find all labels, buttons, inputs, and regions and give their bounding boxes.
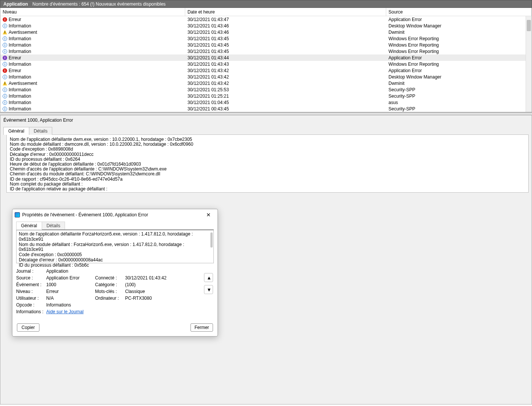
cell-source: Security-SPP bbox=[386, 87, 532, 92]
info-icon: i bbox=[3, 24, 7, 28]
cell-date: 30/12/2021 01:43:46 bbox=[185, 30, 386, 35]
splitter[interactable] bbox=[0, 112, 532, 115]
value-computer: PC-RTX3080 bbox=[125, 296, 174, 301]
cell-source: asus bbox=[386, 100, 532, 105]
cell-source: Security-SPP bbox=[386, 94, 532, 99]
table-row[interactable]: !Erreur30/12/2021 01:43:44Application Er… bbox=[0, 54, 532, 61]
event-heading: Événement 1000, Application Error bbox=[0, 115, 532, 124]
tab-general[interactable]: Général bbox=[3, 127, 29, 135]
cell-date: 30/12/2021 01:43:46 bbox=[185, 23, 386, 29]
table-header: Niveau Date et heure Source bbox=[0, 8, 532, 16]
cell-level: Information bbox=[9, 49, 31, 54]
scrollbar[interactable] bbox=[526, 16, 532, 112]
cell-source: Windows Error Reporting bbox=[386, 49, 532, 54]
cell-source: Windows Error Reporting bbox=[386, 62, 532, 67]
table-row[interactable]: iInformation30/12/2021 01:43:45Windows E… bbox=[0, 35, 532, 42]
info-icon: i bbox=[3, 88, 7, 92]
cell-level: Erreur bbox=[9, 17, 21, 22]
value-connected: 30/12/2021 01:43:42 bbox=[125, 275, 174, 281]
table-body: !Erreur30/12/2021 01:43:47Application Er… bbox=[0, 16, 532, 112]
cell-level: Information bbox=[9, 100, 31, 105]
table-row[interactable]: iInformation30/12/2021 01:43:45Windows E… bbox=[0, 42, 532, 48]
table-row[interactable]: !Erreur30/12/2021 01:43:47Application Er… bbox=[0, 16, 532, 23]
table-row[interactable]: iInformation30/12/2021 01:43:46Desktop W… bbox=[0, 23, 532, 29]
dialog-text-scrollbar[interactable] bbox=[210, 230, 213, 263]
table-row[interactable]: iInformation30/12/2021 00:43:45Security-… bbox=[0, 106, 532, 112]
error-icon: ! bbox=[3, 56, 7, 60]
label-event: Événement : bbox=[16, 282, 46, 287]
app-bar: Application Nombre d'événements : 654 (!… bbox=[0, 0, 532, 8]
cell-level: Information bbox=[9, 23, 31, 29]
help-link[interactable]: Aide sur le Journal bbox=[46, 309, 83, 314]
cell-level: Information bbox=[9, 87, 31, 92]
dialog-title: Propriétés de l'événement - Événement 10… bbox=[22, 212, 202, 217]
dialog-text[interactable]: Nom de l'application défaillante ForzaHo… bbox=[16, 229, 214, 263]
cell-level: Avertissement bbox=[9, 81, 37, 86]
table-row[interactable]: iInformation30/12/2021 01:25:53Security-… bbox=[0, 86, 532, 93]
value-level: Erreur bbox=[46, 289, 95, 294]
cell-date: 30/12/2021 01:43:45 bbox=[185, 42, 386, 48]
value-event: 1000 bbox=[46, 282, 95, 287]
cell-level: Information bbox=[9, 74, 31, 80]
label-keywords: Mots-clés : bbox=[95, 289, 125, 294]
cell-level: Information bbox=[9, 94, 31, 99]
value-source: Application Error bbox=[46, 275, 95, 281]
cell-date: 30/12/2021 01:43:45 bbox=[185, 36, 386, 41]
table-row[interactable]: Avertissement30/12/2021 01:43:42Dwminit bbox=[0, 80, 532, 86]
detail-text[interactable]: Nom de l'application défaillante dwm.exe… bbox=[6, 134, 529, 193]
dialog-tab-details[interactable]: Détails bbox=[42, 222, 65, 230]
table-row[interactable]: iInformation30/12/2021 01:43:43Windows E… bbox=[0, 61, 532, 67]
next-event-button[interactable]: ▼ bbox=[204, 285, 213, 294]
label-level: Niveau : bbox=[16, 289, 46, 294]
cell-date: 30/12/2021 01:43:47 bbox=[185, 17, 386, 22]
cell-date: 30/12/2021 01:25:21 bbox=[185, 94, 386, 99]
cell-level: Erreur bbox=[9, 68, 21, 73]
table-row[interactable]: iInformation30/12/2021 01:43:42Desktop W… bbox=[0, 74, 532, 80]
warn-icon bbox=[3, 81, 7, 86]
cell-source: Application Error bbox=[386, 17, 532, 22]
table-row[interactable]: !Erreur30/12/2021 01:43:42Application Er… bbox=[0, 67, 532, 74]
info-icon: i bbox=[3, 62, 7, 66]
prev-event-button[interactable]: ▲ bbox=[204, 273, 213, 282]
value-journal: Application bbox=[46, 269, 95, 274]
cell-level: Information bbox=[9, 62, 31, 67]
table-row[interactable]: iInformation30/12/2021 01:43:45Windows E… bbox=[0, 48, 532, 54]
label-computer: Ordinateur : bbox=[95, 296, 125, 301]
label-info: Informations : bbox=[16, 309, 46, 314]
close-button[interactable]: Fermer bbox=[190, 323, 213, 332]
value-keywords: Classique bbox=[125, 289, 174, 294]
cell-date: 30/12/2021 00:43:45 bbox=[185, 106, 386, 112]
dialog-titlebar[interactable]: Propriétés de l'événement - Événement 10… bbox=[12, 209, 218, 220]
cell-date: 30/12/2021 01:43:44 bbox=[185, 55, 386, 60]
cell-date: 30/12/2021 01:04:45 bbox=[185, 100, 386, 105]
detail-tabs: Général Détails bbox=[0, 127, 532, 134]
cell-source: Windows Error Reporting bbox=[386, 42, 532, 48]
cell-date: 30/12/2021 01:43:43 bbox=[185, 62, 386, 67]
cell-source: Security-SPP bbox=[386, 106, 532, 112]
appbar-title: Application bbox=[3, 2, 28, 7]
close-icon[interactable]: ✕ bbox=[202, 211, 215, 219]
col-header-level[interactable]: Niveau bbox=[0, 8, 185, 16]
cell-date: 30/12/2021 01:43:42 bbox=[185, 74, 386, 80]
table-row[interactable]: Avertissement30/12/2021 01:43:46Dwminit bbox=[0, 29, 532, 35]
tab-details[interactable]: Détails bbox=[29, 127, 53, 135]
cell-date: 30/12/2021 01:43:42 bbox=[185, 68, 386, 73]
appbar-subtitle: Nombre d'événements : 654 (!) Nouveaux é… bbox=[32, 2, 166, 7]
table-row[interactable]: iInformation30/12/2021 01:25:21Security-… bbox=[0, 93, 532, 99]
cell-date: 30/12/2021 01:43:45 bbox=[185, 49, 386, 54]
error-icon: ! bbox=[3, 68, 7, 73]
cell-level: Information bbox=[9, 36, 31, 41]
cell-source: Windows Error Reporting bbox=[386, 36, 532, 41]
col-header-date[interactable]: Date et heure bbox=[185, 8, 386, 16]
cell-source: Desktop Window Manager bbox=[386, 74, 532, 80]
dialog-tab-general[interactable]: Général bbox=[16, 222, 42, 230]
table-row[interactable]: iInformation30/12/2021 01:04:45asus bbox=[0, 99, 532, 106]
value-user: N/A bbox=[46, 296, 95, 301]
dialog-icon bbox=[15, 212, 20, 217]
cell-level: Information bbox=[9, 42, 31, 48]
event-table: Niveau Date et heure Source !Erreur30/12… bbox=[0, 8, 532, 112]
col-header-source[interactable]: Source bbox=[386, 8, 532, 16]
copy-button[interactable]: Copier bbox=[17, 323, 39, 332]
error-icon: ! bbox=[3, 17, 7, 22]
cell-source: Dwminit bbox=[386, 81, 532, 86]
